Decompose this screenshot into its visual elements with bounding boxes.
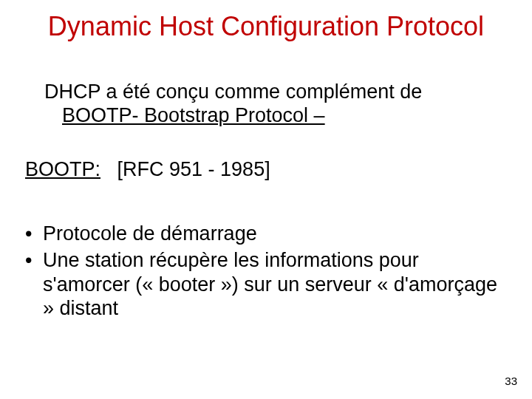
- bullet-text: Une station récupère les informations po…: [43, 249, 497, 319]
- bullet-item: Une station récupère les informations po…: [25, 248, 498, 320]
- bullet-item: Protocole de démarrage: [25, 222, 498, 245]
- intro-line-1: DHCP a été conçu comme complément de: [44, 80, 488, 103]
- intro-paragraph: DHCP a été conçu comme complément de BOO…: [44, 80, 488, 128]
- reference-label: BOOTP:: [25, 158, 100, 180]
- page-number: 33: [505, 375, 517, 387]
- slide: Dynamic Host Configuration Protocol DHCP…: [0, 0, 532, 399]
- bullet-text: Protocole de démarrage: [43, 222, 257, 245]
- reference-value: [106, 158, 117, 180]
- bullet-list: Protocole de démarrage Une station récup…: [25, 222, 498, 324]
- reference-value-text: [RFC 951 - 1985]: [117, 158, 270, 180]
- reference-line: BOOTP: [RFC 951 - 1985]: [25, 158, 270, 181]
- slide-title: Dynamic Host Configuration Protocol: [0, 11, 532, 42]
- intro-line-2: BOOTP- Bootstrap Protocol –: [62, 103, 488, 127]
